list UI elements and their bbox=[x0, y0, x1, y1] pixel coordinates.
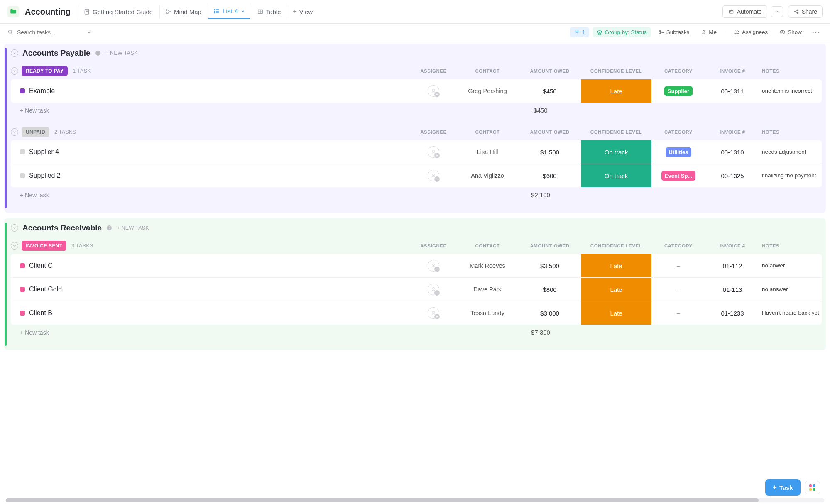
section-new-task[interactable]: + NEW TASK bbox=[117, 225, 149, 231]
collapse-group[interactable] bbox=[11, 242, 18, 250]
task-status-square[interactable] bbox=[20, 173, 25, 178]
group-new-task[interactable]: + New task bbox=[20, 107, 49, 114]
category-tag[interactable]: Supplier bbox=[664, 86, 693, 96]
confidence-cell[interactable]: Late bbox=[581, 301, 651, 325]
task-name[interactable]: Supplied 2 bbox=[29, 172, 61, 179]
confidence-cell[interactable]: Late bbox=[581, 278, 651, 301]
task-name[interactable]: Client B bbox=[29, 309, 52, 317]
filter-count-pill[interactable]: 1 bbox=[570, 27, 590, 37]
task-row[interactable]: Supplied 2 + Ana Viglizzo $600 On track … bbox=[11, 164, 822, 187]
contact-cell[interactable]: Greg Pershing bbox=[456, 79, 519, 103]
more-options[interactable]: ⋯ bbox=[809, 27, 823, 37]
category-cell[interactable]: – bbox=[651, 301, 705, 325]
contact-cell[interactable]: Ana Viglizzo bbox=[456, 164, 519, 187]
amount-cell[interactable]: $600 bbox=[519, 164, 581, 187]
search-input[interactable] bbox=[17, 29, 83, 36]
contact-cell[interactable]: Dave Park bbox=[456, 278, 519, 301]
task-status-square[interactable] bbox=[20, 263, 25, 268]
group-new-task[interactable]: + New task bbox=[20, 329, 49, 336]
assignee-placeholder[interactable]: + bbox=[428, 146, 439, 158]
category-empty: – bbox=[677, 286, 680, 293]
invoice-cell[interactable]: 01-112 bbox=[705, 254, 759, 277]
automate-button[interactable]: Automate bbox=[722, 5, 767, 18]
task-row[interactable]: Client B + Tessa Lundy $3,000 Late – 01-… bbox=[11, 301, 822, 325]
amount-cell[interactable]: $1,500 bbox=[519, 140, 581, 164]
task-status-square[interactable] bbox=[20, 149, 25, 154]
collapse-group[interactable] bbox=[11, 67, 18, 75]
category-cell[interactable]: Event Sp... bbox=[651, 164, 705, 187]
notes-cell[interactable]: no answer bbox=[759, 278, 822, 301]
task-name[interactable]: Supplier 4 bbox=[29, 148, 59, 156]
contact-cell[interactable]: Mark Reeves bbox=[456, 254, 519, 277]
task-name[interactable]: Client Gold bbox=[29, 286, 62, 293]
invoice-cell[interactable]: 01-113 bbox=[705, 278, 759, 301]
section: Accounts Payable + NEW TASK READY TO PAY… bbox=[4, 44, 826, 213]
collapse-section[interactable] bbox=[11, 224, 18, 232]
confidence-cell[interactable]: Late bbox=[581, 79, 651, 103]
category-cell[interactable]: Utilities bbox=[651, 140, 705, 164]
task-row[interactable]: Client C + Mark Reeves $3,500 Late – 01-… bbox=[11, 254, 822, 278]
confidence-cell[interactable]: Late bbox=[581, 254, 651, 277]
view-tab-table[interactable]: Table bbox=[252, 5, 286, 19]
category-cell[interactable]: – bbox=[651, 278, 705, 301]
task-status-square[interactable] bbox=[20, 88, 25, 93]
notes-cell[interactable]: Haven't heard back yet bbox=[759, 301, 822, 325]
info-icon[interactable] bbox=[106, 225, 113, 231]
category-cell[interactable]: Supplier bbox=[651, 79, 705, 103]
task-row[interactable]: Example + Greg Pershing $450 Late Suppli… bbox=[11, 79, 822, 103]
assignee-placeholder[interactable]: + bbox=[428, 307, 439, 319]
invoice-cell[interactable]: 00-1311 bbox=[705, 79, 759, 103]
add-view-button[interactable]: + View bbox=[288, 5, 318, 19]
task-row[interactable]: Supplier 4 + Lisa Hill $1,500 On track U… bbox=[11, 140, 822, 164]
status-pill[interactable]: READY TO PAY bbox=[22, 66, 68, 76]
category-tag[interactable]: Utilities bbox=[666, 147, 692, 157]
task-status-square[interactable] bbox=[20, 287, 25, 292]
view-tab-mindmap[interactable]: Mind Map bbox=[159, 5, 206, 19]
assignee-placeholder[interactable]: + bbox=[428, 170, 439, 181]
notes-cell[interactable]: one item is incorrect bbox=[759, 79, 822, 103]
assignee-placeholder[interactable]: + bbox=[428, 260, 439, 272]
subtasks-icon bbox=[659, 29, 664, 35]
contact-cell[interactable]: Tessa Lundy bbox=[456, 301, 519, 325]
task-row[interactable]: Client Gold + Dave Park $800 Late – 01-1… bbox=[11, 278, 822, 301]
amount-cell[interactable]: $800 bbox=[519, 278, 581, 301]
invoice-cell[interactable]: 01-1233 bbox=[705, 301, 759, 325]
contact-cell[interactable]: Lisa Hill bbox=[456, 140, 519, 164]
amount-cell[interactable]: $3,500 bbox=[519, 254, 581, 277]
status-pill[interactable]: INVOICE SENT bbox=[22, 241, 66, 251]
category-cell[interactable]: – bbox=[651, 254, 705, 277]
status-pill[interactable]: UNPAID bbox=[22, 127, 49, 137]
info-icon[interactable] bbox=[95, 50, 101, 56]
notes-cell[interactable]: finalizing the payment bbox=[759, 164, 822, 187]
subtasks-pill[interactable]: Subtasks bbox=[654, 27, 694, 37]
share-button[interactable]: Share bbox=[788, 5, 823, 18]
me-pill[interactable]: Me bbox=[697, 27, 721, 37]
chevron-down-icon[interactable] bbox=[87, 30, 92, 35]
amount-cell[interactable]: $3,000 bbox=[519, 301, 581, 325]
content-area: Accounts Payable + NEW TASK READY TO PAY… bbox=[0, 41, 830, 393]
group-new-task[interactable]: + New task bbox=[20, 192, 49, 198]
confidence-cell[interactable]: On track bbox=[581, 164, 651, 187]
invoice-cell[interactable]: 00-1325 bbox=[705, 164, 759, 187]
task-status-square[interactable] bbox=[20, 311, 25, 316]
task-name[interactable]: Client C bbox=[29, 262, 53, 269]
confidence-cell[interactable]: On track bbox=[581, 140, 651, 164]
amount-cell[interactable]: $450 bbox=[519, 79, 581, 103]
notes-cell[interactable]: needs adjustment bbox=[759, 140, 822, 164]
assignee-placeholder[interactable]: + bbox=[428, 284, 439, 295]
automate-dropdown[interactable] bbox=[771, 6, 783, 17]
collapse-group[interactable] bbox=[11, 128, 18, 136]
notes-cell[interactable]: no anwer bbox=[759, 254, 822, 277]
view-tab-getting-started[interactable]: Getting Started Guide bbox=[78, 5, 158, 19]
collapse-section[interactable] bbox=[11, 49, 18, 57]
section-new-task[interactable]: + NEW TASK bbox=[105, 50, 138, 56]
invoice-cell[interactable]: 00-1310 bbox=[705, 140, 759, 164]
assignee-placeholder[interactable]: + bbox=[428, 85, 439, 97]
assignees-pill[interactable]: Assignees bbox=[729, 27, 772, 37]
view-tab-list[interactable]: List 4 bbox=[208, 4, 250, 19]
search-box[interactable] bbox=[7, 29, 115, 36]
group-by-pill[interactable]: Group by: Status bbox=[593, 27, 651, 37]
task-name[interactable]: Example bbox=[29, 87, 55, 95]
show-pill[interactable]: Show bbox=[775, 27, 806, 37]
category-tag[interactable]: Event Sp... bbox=[661, 171, 695, 181]
